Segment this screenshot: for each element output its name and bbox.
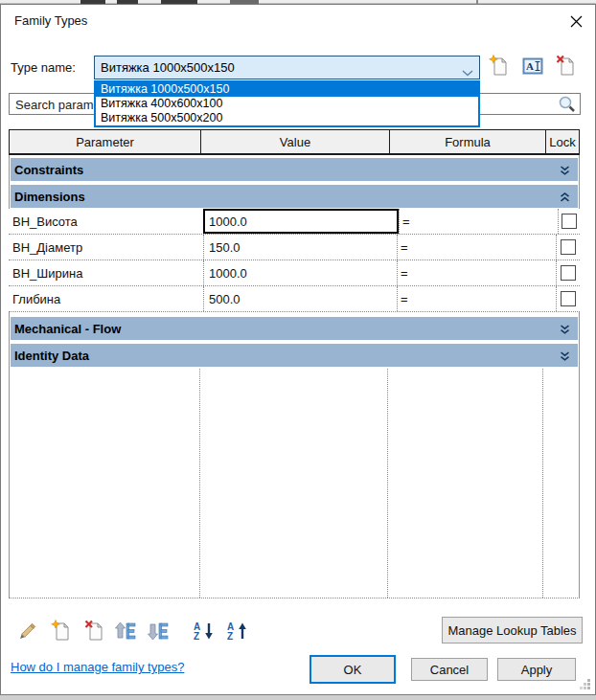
sort-ascending-button[interactable]: A Z [192,619,217,644]
formula-cell[interactable]: = [399,209,558,234]
column-divider [199,369,200,598]
section-header-dimensions[interactable]: Dimensions [11,185,578,208]
type-name-combobox[interactable]: Витяжка 1000x500x150 [94,56,480,79]
value-cell[interactable]: 1000.0 [203,260,397,285]
chevron-double-up-icon[interactable] [560,192,570,206]
lock-cell [556,235,580,260]
delete-parameter-icon [84,620,105,643]
section-header-mechanical-flow[interactable]: Mechanical - Flow [11,317,578,340]
close-button[interactable] [564,10,587,33]
parameter-name: ВН_Діаметр [9,235,203,260]
table-row: ВН_Ширина 1000.0 = [9,260,580,286]
chevron-double-down-icon[interactable] [560,350,570,365]
lock-cell [558,209,580,234]
type-name-dropdown-list: Витяжка 1000x500x150 Витяжка 400x600x100… [94,80,480,127]
sort-descending-icon: A Z [226,621,249,642]
section-header-identity-data[interactable]: Identity Data [11,344,578,367]
lock-checkbox[interactable] [561,239,576,255]
table-header-row: Parameter Value Formula Lock [9,129,580,155]
column-divider [542,369,543,598]
move-down-icon [147,621,170,642]
move-parameter-down-button[interactable] [146,619,171,644]
section-header-constraints[interactable]: Constraints [11,158,578,181]
new-parameter-button[interactable] [49,619,74,644]
section-title: Identity Data [14,349,89,363]
chevron-double-down-icon[interactable] [560,165,570,179]
column-header-lock: Lock [546,130,579,153]
resize-grip[interactable] [579,677,591,689]
column-divider [387,369,388,598]
lock-cell [556,260,580,285]
lock-checkbox[interactable] [562,214,577,229]
value-cell[interactable]: 500.0 [203,286,397,311]
svg-text:Z: Z [227,631,233,642]
ok-button[interactable]: OK [309,655,396,684]
section-title: Constraints [14,163,83,177]
column-header-value: Value [201,130,390,153]
column-header-parameter: Parameter [10,130,201,153]
table-row: ВН_Висота 1000.0 = [9,209,580,235]
search-icon [558,95,577,118]
sort-descending-button[interactable]: A Z [225,619,250,644]
rename-type-button[interactable]: A [521,54,543,78]
move-parameter-up-button[interactable] [113,619,138,644]
dropdown-option[interactable]: Витяжка 400x600x100 [96,97,478,111]
chevron-double-down-icon[interactable] [560,324,570,338]
section-title: Dimensions [14,190,85,204]
table-row: Глибина 500.0 = [9,286,580,312]
type-name-label: Type name: [11,60,76,75]
type-name-value: Витяжка 1000x500x150 [101,60,235,75]
apply-button[interactable]: Apply [497,658,576,681]
dropdown-option-selected[interactable]: Витяжка 1000x500x150 [96,82,478,97]
formula-cell[interactable]: = [397,260,556,285]
new-type-icon [489,55,510,78]
lock-checkbox[interactable] [561,265,576,281]
delete-parameter-button[interactable] [82,619,107,644]
svg-text:A: A [526,60,534,72]
cancel-button[interactable]: Cancel [411,658,488,681]
sort-ascending-icon: A Z [193,621,216,642]
dropdown-option[interactable]: Витяжка 500x500x200 [96,111,478,125]
value-cell[interactable]: 150.0 [203,235,397,260]
close-icon [570,15,583,28]
chevron-down-icon [462,65,473,79]
move-up-icon [114,621,137,642]
edit-parameter-button[interactable] [14,619,39,644]
formula-cell[interactable]: = [397,286,556,311]
lock-cell [556,286,580,311]
delete-type-icon [556,55,577,78]
pencil-icon [17,621,37,642]
column-header-formula: Formula [390,130,546,153]
table-row: ВН_Діаметр 150.0 = [9,235,580,260]
dialog-title: Family Types [14,13,87,28]
family-types-dialog: Family Types Type name: Витяжка 1000x500… [0,4,596,695]
manage-lookup-tables-button[interactable]: Manage Lookup Tables [442,617,583,644]
section-title: Mechanical - Flow [14,322,121,336]
lock-checkbox[interactable] [561,291,576,306]
formula-cell[interactable]: = [397,235,556,260]
new-parameter-icon [51,620,72,643]
new-type-button[interactable] [488,54,510,78]
rename-type-icon: A [522,56,543,77]
parameter-name: Глибина [9,286,203,311]
parameter-name: ВН_Висота [9,209,203,234]
parameter-name: ВН_Ширина [9,260,203,285]
svg-text:Z: Z [194,631,199,642]
table-bottom-border [9,598,580,598]
help-link[interactable]: How do I manage family types? [11,660,184,674]
screen: Family Types Type name: Витяжка 1000x500… [0,0,596,700]
value-cell-focused[interactable]: 1000.0 [203,209,399,234]
delete-type-button[interactable] [555,54,577,78]
